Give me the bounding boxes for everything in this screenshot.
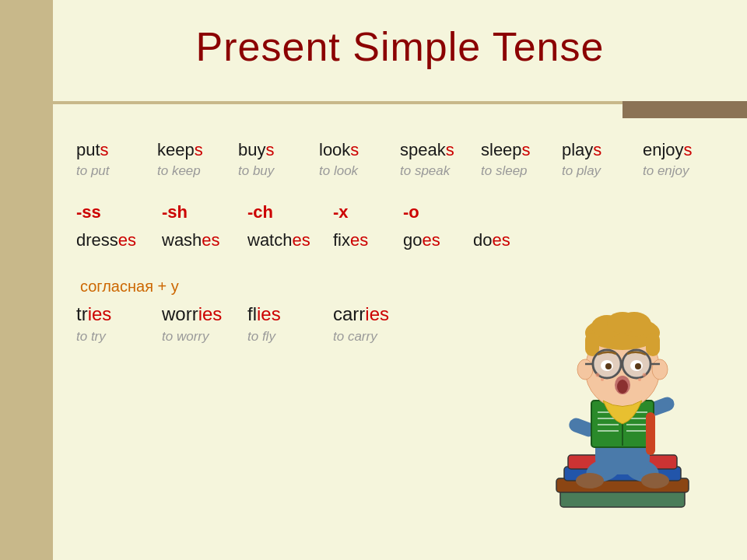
verb-enjoys: enjoys bbox=[643, 140, 724, 160]
suffix-section: -ss -sh -ch -x -o dresses washes watches… bbox=[76, 202, 724, 250]
verb-carries: carries bbox=[333, 303, 419, 325]
inf-carry: to carry bbox=[333, 329, 419, 345]
es-verbs-row: dresses washes watches fixes goes does bbox=[76, 230, 724, 250]
svg-point-30 bbox=[652, 359, 668, 380]
svg-point-44 bbox=[617, 380, 628, 394]
page-title: Present Simple Tense bbox=[53, 0, 747, 86]
svg-point-29 bbox=[577, 359, 593, 380]
svg-point-48 bbox=[638, 378, 641, 381]
inf-sleep: to sleep bbox=[481, 163, 562, 179]
verb-washes: washes bbox=[162, 230, 247, 250]
verb-does: does bbox=[473, 230, 543, 250]
suffix-ch: -ch bbox=[247, 202, 333, 222]
verb-section-1: puts keeps buys looks speaks sleeps play… bbox=[76, 140, 724, 179]
inf-speak: to speak bbox=[400, 163, 481, 179]
suffix-sh: -sh bbox=[162, 202, 247, 222]
verb-fixes: fixes bbox=[333, 230, 403, 250]
suffix-ss: -ss bbox=[76, 202, 162, 222]
svg-point-7 bbox=[641, 473, 669, 488]
inf-keep: to keep bbox=[157, 163, 238, 179]
svg-point-45 bbox=[596, 373, 600, 377]
verb-tries: tries bbox=[76, 303, 162, 325]
right-accent-bar bbox=[622, 101, 747, 118]
verb-speaks: speaks bbox=[400, 140, 481, 160]
conjugated-verbs-row: puts keeps buys looks speaks sleeps play… bbox=[76, 140, 724, 160]
svg-point-6 bbox=[576, 473, 604, 488]
verb-plays: plays bbox=[562, 140, 643, 160]
svg-point-41 bbox=[605, 363, 612, 369]
verb-goes: goes bbox=[403, 230, 473, 250]
verb-puts: puts bbox=[76, 140, 157, 160]
verb-flies: flies bbox=[247, 303, 333, 325]
svg-point-42 bbox=[635, 363, 641, 369]
kid-svg bbox=[514, 249, 731, 544]
verb-dresses: dresses bbox=[76, 230, 162, 250]
svg-rect-49 bbox=[646, 412, 655, 455]
svg-point-47 bbox=[643, 373, 647, 377]
inf-buy: to buy bbox=[238, 163, 319, 179]
left-sidebar bbox=[0, 0, 53, 560]
verb-buys: buys bbox=[238, 140, 319, 160]
verb-watches: watches bbox=[247, 230, 333, 250]
suffix-o: -o bbox=[403, 202, 473, 222]
svg-point-28 bbox=[607, 312, 638, 334]
inf-enjoy: to enjoy bbox=[643, 163, 724, 179]
kid-illustration bbox=[514, 249, 731, 544]
verb-sleeps: sleeps bbox=[481, 140, 562, 160]
inf-try: to try bbox=[76, 329, 162, 345]
suffix-labels-row: -ss -sh -ch -x -o bbox=[76, 202, 724, 222]
svg-rect-25 bbox=[646, 333, 660, 356]
verb-looks: looks bbox=[319, 140, 400, 160]
inf-put: to put bbox=[76, 163, 157, 179]
verb-worries: worries bbox=[162, 303, 247, 325]
inf-play: to play bbox=[562, 163, 643, 179]
suffix-x: -x bbox=[333, 202, 403, 222]
verb-keeps: keeps bbox=[157, 140, 238, 160]
inf-worry: to worry bbox=[162, 329, 247, 345]
inf-fly: to fly bbox=[247, 329, 333, 345]
svg-point-46 bbox=[601, 378, 604, 381]
inf-look: to look bbox=[319, 163, 400, 179]
infinitives-row: to put to keep to buy to look to speak t… bbox=[76, 163, 724, 179]
